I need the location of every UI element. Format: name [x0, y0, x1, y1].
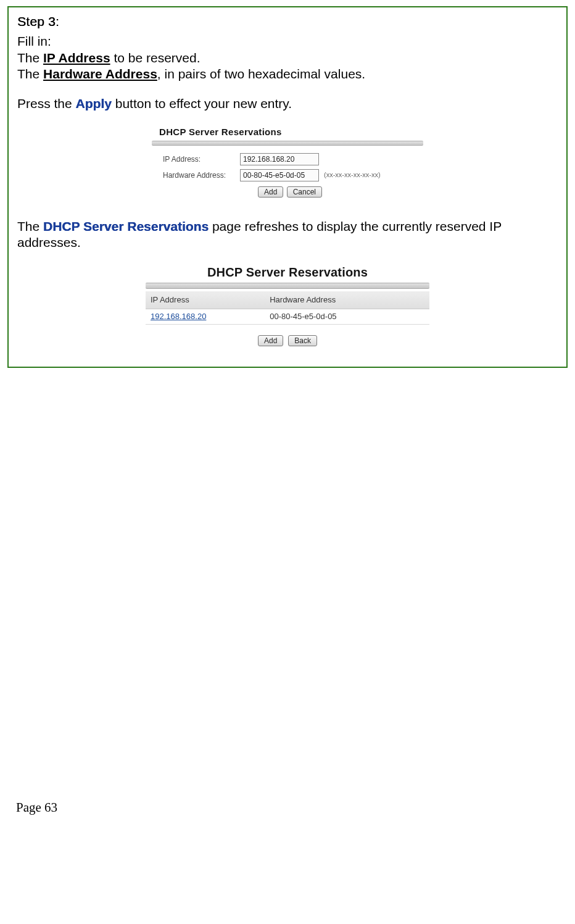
- table-header-row: IP Address Hardware Address: [146, 291, 429, 309]
- reserved-hw-cell: 00-80-45-e5-0d-05: [265, 309, 429, 324]
- ip-input[interactable]: [240, 153, 319, 165]
- col-ip-header: IP Address: [146, 291, 265, 309]
- line-ip: The IP Address to be reserved.: [17, 50, 558, 66]
- reservations-table: IP Address Hardware Address 192.168.168.…: [146, 291, 429, 325]
- hw-label: Hardware Address:: [163, 171, 240, 180]
- reserved-ip-link[interactable]: 192.168.168.20: [151, 312, 206, 321]
- text-fragment: The: [17, 67, 43, 81]
- divider: [152, 141, 423, 146]
- form-body: IP Address: Hardware Address: (xx-xx-xx-…: [152, 146, 423, 202]
- add-button[interactable]: Add: [258, 335, 283, 346]
- list-buttons: Add Back: [146, 331, 429, 349]
- line-hardware: The Hardware Address, in pairs of two he…: [17, 66, 558, 82]
- list-title: DHCP Server Reservations: [146, 262, 429, 283]
- form-title: DHCP Server Reservations: [152, 123, 423, 141]
- dhcp-form-screenshot: DHCP Server Reservations IP Address: Har…: [152, 123, 423, 202]
- hw-input[interactable]: [240, 169, 319, 181]
- table-row: 192.168.168.20 00-80-45-e5-0d-05: [146, 309, 429, 324]
- text-fragment: The: [17, 219, 43, 233]
- back-button[interactable]: Back: [288, 335, 317, 346]
- hardware-address-term: Hardware Address: [43, 67, 157, 81]
- press-apply-paragraph: Press the Apply button to effect your ne…: [17, 96, 558, 112]
- divider: [146, 283, 429, 289]
- dhcp-reservations-term: DHCP Server Reservations: [43, 219, 209, 233]
- fill-in-intro: Fill in:: [17, 33, 558, 49]
- ip-address-term: IP Address: [43, 51, 110, 65]
- step-box: Step 3: Fill in: The IP Address to be re…: [7, 6, 568, 368]
- add-button[interactable]: Add: [258, 186, 283, 198]
- text-fragment: to be reserved.: [110, 51, 201, 65]
- hw-format-hint: (xx-xx-xx-xx-xx-xx): [324, 171, 381, 180]
- text-fragment: The: [17, 51, 43, 65]
- refresh-paragraph: The DHCP Server Reservations page refres…: [17, 219, 558, 251]
- dhcp-list-screenshot: DHCP Server Reservations IP Address Hard…: [146, 262, 429, 350]
- screenshot-2-wrap: DHCP Server Reservations IP Address Hard…: [17, 262, 558, 350]
- hw-row: Hardware Address: (xx-xx-xx-xx-xx-xx): [163, 169, 417, 181]
- apply-term: Apply: [76, 96, 112, 110]
- page-number: Page 63: [16, 800, 568, 815]
- col-hw-header: Hardware Address: [265, 291, 429, 309]
- instruction-block: Fill in: The IP Address to be reserved. …: [17, 33, 558, 82]
- ip-label: IP Address:: [163, 155, 240, 164]
- text-fragment: Press the: [17, 96, 76, 110]
- ip-row: IP Address:: [163, 153, 417, 165]
- text-fragment: button to effect your new entry.: [112, 96, 292, 110]
- cancel-button[interactable]: Cancel: [287, 186, 322, 198]
- step-label: Step 3:: [17, 14, 558, 30]
- document-page: Step 3: Fill in: The IP Address to be re…: [0, 0, 575, 840]
- form-buttons: Add Cancel: [163, 186, 417, 198]
- text-fragment: , in pairs of two hexadecimal values.: [157, 67, 365, 81]
- screenshot-1-wrap: DHCP Server Reservations IP Address: Har…: [17, 123, 558, 202]
